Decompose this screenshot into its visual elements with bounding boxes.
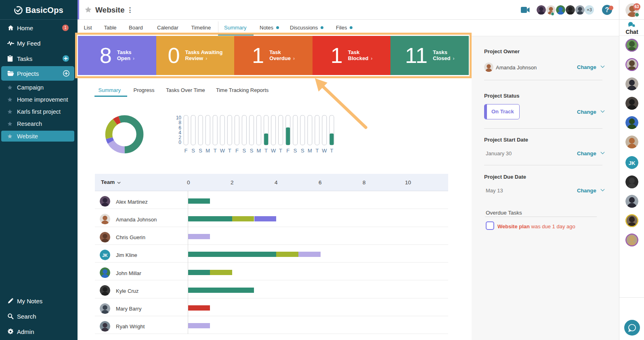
svg-text:0: 0	[178, 140, 181, 145]
svg-text:M: M	[257, 148, 261, 154]
svg-text:S: S	[250, 148, 254, 154]
svg-text:T: T	[279, 148, 282, 154]
svg-text:T: T	[315, 148, 319, 154]
svg-text:JK: JK	[102, 252, 108, 257]
svg-text:W: W	[322, 148, 327, 154]
svg-text:S: S	[301, 148, 304, 154]
svg-text:M: M	[308, 148, 312, 154]
svg-text:T: T	[264, 148, 268, 154]
svg-text:JK: JK	[629, 160, 636, 166]
svg-text:W: W	[220, 148, 225, 154]
svg-text:S: S	[243, 148, 246, 154]
svg-text:M: M	[206, 148, 210, 154]
svg-text:T: T	[214, 148, 217, 154]
svg-text:F: F	[185, 148, 188, 154]
svg-text:W: W	[271, 148, 276, 154]
svg-text:T: T	[330, 148, 334, 154]
svg-text:F: F	[235, 148, 239, 154]
svg-text:F: F	[286, 148, 289, 154]
svg-text:S: S	[199, 148, 202, 154]
svg-text:T: T	[228, 148, 231, 154]
svg-text:S: S	[294, 148, 297, 154]
svg-text:S: S	[191, 148, 195, 154]
